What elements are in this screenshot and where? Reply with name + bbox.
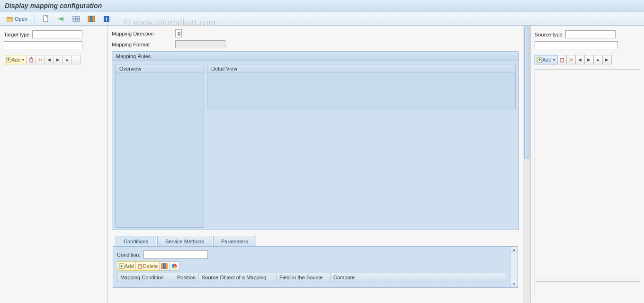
left-prev-button[interactable]: ◀: [45, 55, 54, 64]
left-execute-button[interactable]: [36, 55, 45, 64]
bottom-tabs: Conditions Service Methods Parameters: [116, 236, 519, 246]
info-button[interactable]: i: [100, 14, 113, 24]
left-next-button[interactable]: ▶: [54, 55, 63, 64]
new-button[interactable]: [40, 14, 52, 24]
cond-add-label: Add: [125, 263, 134, 269]
right-prev-button[interactable]: ◀: [575, 55, 585, 64]
trash-icon: [137, 263, 143, 269]
add-icon: [6, 57, 11, 62]
svg-rect-24: [166, 264, 168, 269]
cond-chart-button[interactable]: [169, 261, 179, 271]
col-source-object[interactable]: Source Object of a Mapping: [199, 273, 277, 282]
tab-service-methods[interactable]: Service Methods: [157, 236, 212, 246]
tab-parameters[interactable]: Parameters: [213, 236, 256, 246]
right-pane: Source type Add ▼ ◀ ▶ ▲ ▶: [530, 26, 644, 303]
chevron-right-icon: ▶: [605, 57, 608, 62]
table-button[interactable]: [70, 14, 82, 24]
table-icon: [72, 15, 80, 23]
svg-text:i: i: [106, 17, 107, 22]
detail-view-content[interactable]: [207, 73, 515, 109]
mapping-direction-input[interactable]: [175, 29, 182, 37]
condition-input[interactable]: [143, 250, 208, 258]
left-delete-button[interactable]: [27, 55, 36, 64]
left-more-button[interactable]: [72, 55, 81, 64]
chevron-up-icon: ▲: [596, 57, 600, 62]
svg-rect-0: [44, 16, 48, 22]
target-type-input[interactable]: [32, 30, 82, 38]
right-list-box[interactable]: [535, 69, 640, 279]
left-toolbar: Add ▼ ◀ ▶ ▲: [4, 55, 104, 64]
svg-rect-8: [93, 16, 95, 22]
overview-box: Overview: [115, 64, 204, 228]
tab-conditions[interactable]: Conditions: [116, 236, 156, 246]
right-next-button[interactable]: ▶: [584, 55, 594, 64]
transport-icon: [57, 15, 65, 23]
mapping-rules-title: Mapping Rules: [112, 52, 519, 61]
svg-rect-22: [161, 264, 163, 269]
left-pane: Target type Add ▼ ◀ ▶ ▲: [0, 26, 108, 303]
left-up-button[interactable]: ▲: [63, 55, 72, 64]
left-search-input[interactable]: [4, 41, 82, 49]
layout-button[interactable]: [85, 14, 98, 24]
detail-view-header: Detail View: [207, 64, 515, 73]
center-pane: Mapping Direction Mapping Format Mapping…: [108, 26, 530, 303]
cond-add-button[interactable]: Add: [117, 261, 136, 271]
right-add-button[interactable]: Add ▼: [535, 55, 558, 64]
dropdown-icon: ▼: [22, 58, 25, 62]
title-bar: Display mapping configuration: [0, 0, 644, 12]
right-execute-button[interactable]: [566, 55, 576, 64]
mapping-format-input: [175, 40, 225, 48]
condition-toolbar: Add Delete: [117, 261, 506, 271]
cond-layout-button[interactable]: [159, 261, 170, 271]
source-type-input[interactable]: [565, 30, 616, 38]
col-compare[interactable]: Compare: [331, 273, 358, 282]
center-scrollbar[interactable]: [523, 26, 530, 303]
main-toolbar: Open i: [0, 12, 644, 26]
svg-rect-6: [88, 16, 90, 22]
chevron-right-icon: ▶: [56, 57, 60, 62]
separator: [35, 15, 35, 23]
chevron-up-icon: ▲: [65, 57, 69, 62]
right-search-input[interactable]: [535, 41, 618, 49]
col-mapping-condition[interactable]: Mapping Condition: [117, 273, 174, 282]
mapping-direction-label: Mapping Direction: [112, 31, 172, 36]
svg-rect-7: [90, 16, 92, 22]
document-icon: [42, 15, 50, 23]
svg-rect-1: [73, 17, 80, 21]
mapping-rules-group: Mapping Rules Overview Detail View: [112, 51, 519, 230]
open-button[interactable]: Open: [4, 14, 30, 24]
layout-icon: [88, 15, 95, 23]
condition-label: Condition:: [117, 252, 141, 258]
overview-content[interactable]: [116, 73, 204, 227]
info-icon: i: [103, 15, 110, 23]
play-icon: [37, 57, 43, 62]
scroll-down-icon[interactable]: ▼: [510, 281, 518, 287]
svg-rect-20: [139, 265, 142, 268]
col-position[interactable]: Position: [174, 273, 199, 282]
dropdown-icon: ▼: [553, 58, 556, 62]
conditions-grid-header: Mapping Condition Position Source Object…: [117, 273, 506, 282]
right-up-button[interactable]: ▲: [593, 55, 603, 64]
target-type-label: Target type: [4, 32, 29, 37]
trash-icon: [559, 57, 565, 62]
cond-delete-label: Delete: [143, 263, 158, 269]
right-more-button[interactable]: ▶: [602, 55, 612, 64]
chevron-left-icon: ◀: [47, 57, 51, 62]
right-detail-box[interactable]: [535, 281, 640, 298]
overview-header: Overview: [116, 64, 204, 73]
right-delete-button[interactable]: [557, 55, 567, 64]
transport-button[interactable]: [55, 14, 67, 24]
col-field-source[interactable]: Field in the Source: [277, 273, 331, 282]
page-title: Display mapping configuration: [5, 2, 639, 9]
play-icon: [568, 57, 574, 62]
open-label: Open: [15, 16, 27, 22]
left-add-button[interactable]: Add ▼: [4, 55, 27, 64]
pie-icon: [171, 263, 178, 269]
conditions-scrollbar[interactable]: ▲ ▼: [510, 247, 518, 287]
scrollbar-thumb[interactable]: [524, 27, 529, 159]
cond-delete-button[interactable]: Delete: [135, 261, 160, 271]
left-add-label: Add: [11, 57, 21, 62]
source-type-label: Source type: [535, 32, 563, 37]
scroll-up-icon[interactable]: ▲: [510, 247, 518, 253]
mapping-format-label: Mapping Format: [112, 42, 172, 47]
